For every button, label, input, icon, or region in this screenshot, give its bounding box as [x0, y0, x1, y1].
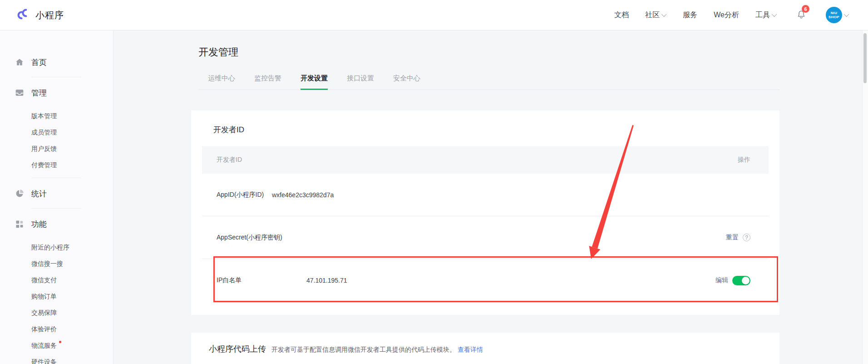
sidebar-divider: [31, 208, 81, 209]
appid-label: AppID(小程序ID): [202, 191, 272, 199]
toggle-knob: [742, 277, 750, 284]
nav-item-docs[interactable]: 文档: [614, 10, 629, 20]
tab-development-settings[interactable]: 开发设置: [301, 74, 328, 90]
developer-id-card: 开发者ID 开发者ID 操作 AppID(小程序ID) wxfe46e2c3c9…: [191, 110, 779, 315]
sidebar-item-wechat-pay[interactable]: 微信支付: [0, 275, 57, 284]
tab-bar: 运维中心 监控告警 开发设置 接口设置 安全中心: [208, 74, 420, 90]
chevron-down-icon: [844, 12, 849, 17]
table-row-appid: AppID(小程序ID) wxfe46e2c3c9982d7a: [202, 174, 769, 216]
sidebar-item-nearby-miniprograms[interactable]: 附近的小程序: [0, 243, 69, 252]
edit-ip-whitelist-link[interactable]: 编辑: [715, 276, 728, 284]
sidebar-divider: [31, 77, 81, 77]
sidebar: 首页 管理 版本管理 成员管理 用户反馈 付费管理 统计: [0, 30, 113, 364]
bell-icon: [796, 13, 807, 21]
nav-item-tools[interactable]: 工具: [755, 10, 777, 20]
tab-operations-center[interactable]: 运维中心: [208, 74, 235, 90]
logo-text: 小程序: [35, 9, 64, 21]
sidebar-item-logistics-service[interactable]: 物流服务: [0, 341, 57, 350]
view-details-link[interactable]: 查看详情: [458, 346, 483, 353]
sidebar-item-management[interactable]: 管理: [0, 86, 113, 99]
home-icon: [15, 58, 24, 67]
reset-appsecret-link[interactable]: 重置: [726, 234, 739, 242]
table-header-row: 开发者ID 操作: [202, 146, 769, 174]
sidebar-item-experience-rating[interactable]: 体验评价: [0, 324, 57, 334]
header-nav: 文档 社区 服务 We分析 工具 6 NiUSHOP: [614, 7, 849, 23]
help-icon[interactable]: ?: [743, 234, 750, 241]
avatar: NiUSHOP: [826, 7, 842, 23]
nav-item-we-analytics[interactable]: We分析: [714, 10, 739, 20]
sidebar-item-user-feedback[interactable]: 用户反馈: [0, 144, 57, 153]
notification-badge: 6: [802, 5, 809, 13]
appid-value: wxfe46e2c3c9982d7a: [272, 191, 334, 199]
page-title: 开发管理: [198, 45, 238, 59]
table-row-appsecret: AppSecret(小程序密钥) 重置 ?: [202, 216, 769, 259]
sidebar-item-version-management[interactable]: 版本管理: [0, 111, 57, 120]
sidebar-item-hardware-devices[interactable]: 硬件设备: [0, 357, 57, 364]
top-header: 小程序 文档 社区 服务 We分析 工具 6 NiUSHOP: [0, 0, 868, 30]
code-upload-card: 小程序代码上传 开发者可基于配置信息调用微信开发者工具提供的代码上传模块。 查看…: [191, 333, 779, 364]
sidebar-item-wechat-search[interactable]: 微信搜一搜: [0, 259, 63, 268]
table-header-action: 操作: [738, 156, 769, 164]
developer-id-table: 开发者ID 操作 AppID(小程序ID) wxfe46e2c3c9982d7a…: [202, 146, 769, 302]
sidebar-item-member-management[interactable]: 成员管理: [0, 128, 57, 137]
scrollbar-thumb[interactable]: [863, 33, 867, 83]
sidebar-item-home[interactable]: 首页: [0, 56, 113, 69]
sidebar-item-features[interactable]: 功能: [0, 218, 113, 230]
code-upload-description: 开发者可基于配置信息调用微信开发者工具提供的代码上传模块。 查看详情: [271, 346, 483, 354]
nav-item-services[interactable]: 服务: [683, 10, 697, 20]
grid-icon: [15, 219, 24, 229]
chevron-down-icon: [661, 12, 666, 17]
miniprogram-logo-icon: [16, 7, 31, 23]
tab-monitoring-alerts[interactable]: 监控告警: [254, 74, 281, 90]
tab-security-center[interactable]: 安全中心: [393, 74, 420, 90]
appsecret-label: AppSecret(小程序密钥): [202, 234, 306, 242]
notification-bell-button[interactable]: 6: [796, 9, 807, 21]
sidebar-item-payment-management[interactable]: 付费管理: [0, 160, 57, 170]
table-row-ip-whitelist: IP白名单 47.101.195.71 编辑: [202, 259, 769, 302]
sidebar-item-statistics[interactable]: 统计: [0, 187, 113, 200]
inbox-icon: [15, 88, 24, 97]
new-badge-dot: [59, 341, 61, 343]
nav-item-community[interactable]: 社区: [645, 10, 666, 20]
miniprogram-logo[interactable]: 小程序: [16, 7, 64, 23]
ip-whitelist-toggle[interactable]: [732, 276, 750, 285]
sidebar-item-transaction-guarantee[interactable]: 交易保障: [0, 308, 57, 317]
pie-chart-icon: [15, 189, 24, 198]
developer-id-card-title: 开发者ID: [213, 125, 244, 135]
ip-whitelist-value: 47.101.195.71: [306, 277, 347, 284]
account-menu[interactable]: NiUSHOP: [826, 7, 849, 23]
scrollbar-track: [862, 30, 868, 364]
tab-api-settings[interactable]: 接口设置: [347, 74, 374, 90]
table-header-name: 开发者ID: [202, 156, 242, 164]
chevron-down-icon: [772, 12, 777, 17]
code-upload-title: 小程序代码上传: [209, 344, 266, 354]
ip-whitelist-label: IP白名单: [202, 276, 306, 284]
sidebar-divider: [31, 178, 81, 178]
sidebar-item-shopping-orders[interactable]: 购物订单: [0, 292, 57, 301]
